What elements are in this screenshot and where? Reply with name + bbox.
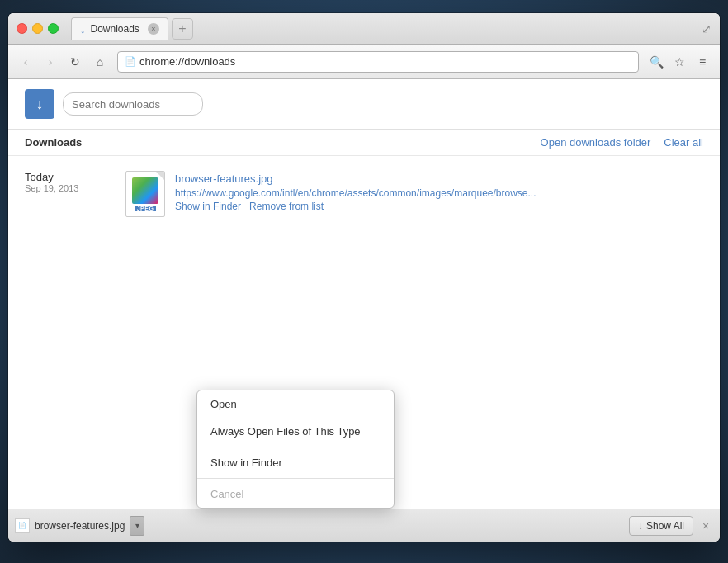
context-menu-divider-2: [197, 478, 394, 479]
bar-file-name: browser-features.jpg: [35, 520, 125, 532]
header-links: Open downloads folder Clear all: [541, 136, 703, 149]
minimize-window-button[interactable]: [32, 23, 43, 34]
resize-icon[interactable]: ⤢: [702, 22, 711, 35]
refresh-button[interactable]: ↻: [64, 51, 86, 73]
menu-button[interactable]: ≡: [692, 51, 713, 73]
show-all-icon: ↓: [638, 520, 643, 532]
thumb-image: [132, 177, 158, 204]
search-button[interactable]: 🔍: [645, 51, 667, 73]
download-icon-btn: ↓: [25, 89, 54, 119]
refresh-icon: ↻: [70, 55, 80, 69]
window-controls-right: ⤢: [702, 21, 711, 36]
new-tab-button[interactable]: +: [172, 18, 193, 40]
downloads-section-title: Downloads: [25, 136, 82, 149]
search-icon: 🔍: [650, 55, 664, 69]
title-bar: ↓ Downloads × + ⤢: [8, 13, 720, 45]
context-menu: Open Always Open Files of This Type Show…: [196, 390, 395, 509]
date-label: Today: [25, 171, 116, 183]
close-window-button[interactable]: [17, 23, 27, 34]
bar-chevron-button[interactable]: ▾: [130, 516, 144, 536]
bookmark-button[interactable]: ☆: [669, 51, 690, 73]
tab-title: Downloads: [91, 23, 139, 35]
bottom-bar: 📄 browser-features.jpg ▾ ↓ Show All × Op…: [8, 509, 720, 542]
downloads-list-header: Downloads Open downloads folder Clear al…: [8, 130, 720, 156]
bar-close-button[interactable]: ×: [698, 518, 713, 533]
forward-icon: ›: [49, 55, 53, 69]
search-input[interactable]: [63, 92, 203, 116]
chevron-down-icon: ▾: [135, 521, 139, 530]
file-actions: Show in Finder Remove from list: [175, 201, 703, 212]
tab-close-button[interactable]: ×: [148, 23, 159, 35]
context-menu-cancel[interactable]: Cancel: [197, 480, 394, 508]
close-icon: ×: [702, 519, 709, 532]
show-all-button[interactable]: ↓ Show All: [629, 516, 693, 536]
context-menu-open[interactable]: Open: [197, 390, 394, 418]
bar-right-controls: ↓ Show All ×: [629, 516, 713, 536]
forward-button[interactable]: ›: [40, 51, 61, 73]
download-item: Today Sep 19, 2013 JPEG browser-features…: [25, 166, 703, 222]
address-bar[interactable]: 📄 chrome://downloads: [117, 51, 639, 73]
maximize-window-button[interactable]: [48, 23, 59, 34]
file-info: browser-features.jpg https://www.google.…: [175, 171, 703, 212]
back-button[interactable]: ‹: [15, 51, 36, 73]
star-icon: ☆: [674, 55, 685, 69]
show-in-finder-link[interactable]: Show in Finder: [175, 201, 241, 212]
nav-bar: ‹ › ↻ ⌂ 📄 chrome://downloads 🔍 ☆ ≡: [8, 45, 720, 79]
context-menu-divider: [197, 447, 394, 447]
clear-all-link[interactable]: Clear all: [664, 136, 703, 149]
home-icon: ⌂: [97, 55, 103, 69]
remove-from-list-link[interactable]: Remove from list: [249, 201, 324, 212]
downloads-search-header: ↓: [8, 79, 720, 130]
file-type-label: JPEG: [135, 206, 157, 211]
menu-icon: ≡: [699, 55, 706, 69]
page-icon: 📄: [125, 56, 136, 67]
address-text: chrome://downloads: [139, 55, 235, 68]
file-name-link[interactable]: browser-features.jpg: [175, 173, 273, 185]
file-thumbnail: JPEG: [125, 171, 165, 217]
nav-right-controls: 🔍 ☆ ≡: [645, 51, 713, 73]
browser-window: ↓ Downloads × + ⤢ ‹ › ↻ ⌂ 📄 chrome://dow…: [8, 13, 720, 542]
back-icon: ‹: [24, 55, 28, 69]
download-arrow-icon: ↓: [36, 96, 44, 113]
bar-file-icon: 📄: [15, 518, 30, 533]
downloads-tab[interactable]: ↓ Downloads ×: [71, 17, 168, 40]
context-menu-always-open[interactable]: Always Open Files of This Type: [197, 418, 394, 445]
file-url: https://www.google.com/intl/en/chrome/as…: [175, 187, 621, 199]
home-button[interactable]: ⌂: [89, 51, 111, 73]
date-column: Today Sep 19, 2013: [25, 171, 116, 193]
context-menu-show-finder[interactable]: Show in Finder: [197, 449, 394, 476]
show-all-label: Show All: [646, 520, 684, 532]
open-downloads-folder-link[interactable]: Open downloads folder: [541, 136, 651, 149]
traffic-lights: [17, 23, 59, 34]
file-doc-icon: 📄: [18, 522, 26, 529]
bottom-download-item: 📄 browser-features.jpg ▾: [15, 516, 629, 536]
tab-download-icon: ↓: [80, 23, 86, 35]
date-sub: Sep 19, 2013: [25, 183, 116, 193]
